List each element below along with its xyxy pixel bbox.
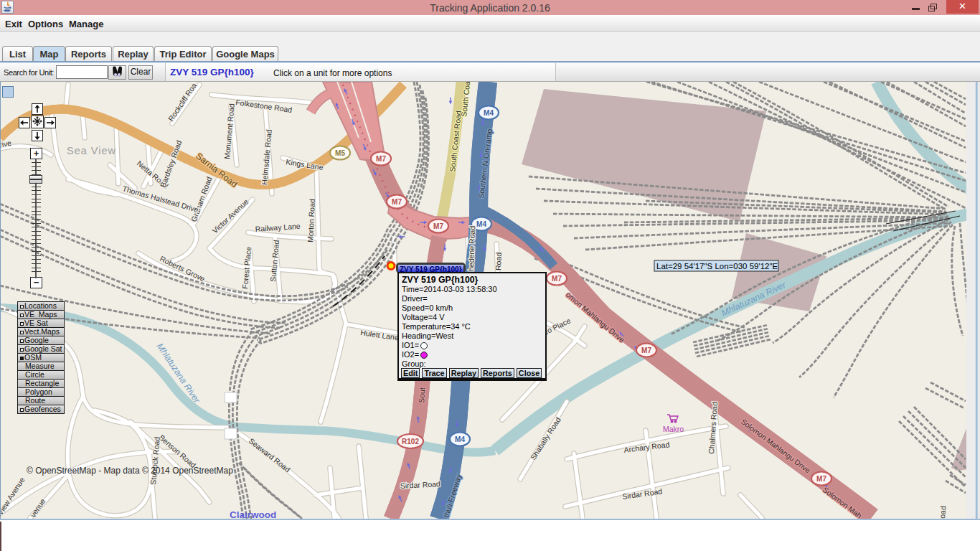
svg-text:M7: M7 bbox=[376, 155, 386, 163]
svg-text:R102: R102 bbox=[402, 438, 419, 446]
svg-text:M4: M4 bbox=[455, 435, 465, 443]
svg-text:M7: M7 bbox=[392, 198, 402, 206]
svg-text:M5: M5 bbox=[335, 149, 345, 157]
svg-text:Clairwood: Clairwood bbox=[230, 509, 276, 519]
svg-text:M7: M7 bbox=[552, 275, 562, 283]
svg-text:© OpenStreetMap - Map data © 2: © OpenStreetMap - Map data © 2014 OpenSt… bbox=[27, 466, 233, 476]
svg-text:Makro: Makro bbox=[663, 425, 684, 433]
svg-text:M7: M7 bbox=[641, 347, 651, 354]
svg-text:Road: Road bbox=[494, 252, 503, 270]
svg-text:Sea View: Sea View bbox=[67, 145, 116, 156]
svg-text:hedene Road: hedene Road bbox=[466, 225, 476, 271]
svg-text:Sout: Sout bbox=[417, 387, 426, 403]
svg-text:M4: M4 bbox=[484, 109, 494, 117]
svg-text:M4: M4 bbox=[476, 220, 486, 228]
svg-text:M7: M7 bbox=[433, 222, 443, 230]
svg-text:Lat=29 54'17"S Lon=030 59'12"E: Lat=29 54'17"S Lon=030 59'12"E bbox=[656, 262, 778, 270]
svg-text:M7: M7 bbox=[816, 475, 826, 483]
svg-text:oad: oad bbox=[938, 506, 947, 519]
